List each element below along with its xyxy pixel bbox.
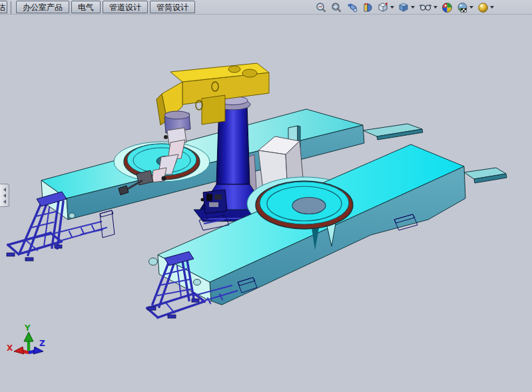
- tab-electrical[interactable]: 电气: [71, 1, 101, 13]
- previous-view-button[interactable]: [346, 1, 359, 13]
- collapse-arrow-icon: [3, 188, 6, 192]
- hide-show-items-icon: [419, 2, 432, 13]
- display-style-icon: [398, 2, 409, 13]
- view-orientation-icon: [378, 2, 389, 13]
- section-view-icon: [362, 2, 374, 13]
- zoom-to-fit-button[interactable]: [315, 1, 328, 13]
- tab-tubing-design[interactable]: 管筒设计: [150, 1, 195, 13]
- tab-office-products[interactable]: 办公室产品: [16, 1, 69, 13]
- hide-show-items-button[interactable]: [418, 1, 438, 13]
- y-axis-label: Y: [24, 323, 31, 333]
- front-turntable-ring[interactable]: [256, 181, 353, 229]
- tab-evaluate-partial[interactable]: 估: [0, 1, 7, 13]
- apply-scene-button[interactable]: [456, 1, 474, 13]
- section-view-button[interactable]: [362, 1, 374, 13]
- view-orientation-button[interactable]: [377, 1, 395, 13]
- apply-scene-icon: [457, 2, 468, 13]
- dropdown-caret[interactable]: [411, 6, 415, 9]
- tab-piping-design[interactable]: 管道设计: [103, 1, 148, 13]
- display-style-button[interactable]: [398, 1, 415, 13]
- z-axis-label: Z: [39, 339, 45, 348]
- panel-collapse-button[interactable]: [0, 184, 9, 207]
- tab-separator: [11, 1, 11, 14]
- command-tabs: 估 办公室产品 电气 管道设计 管筒设计: [0, 1, 197, 13]
- graphics-viewport[interactable]: Y X Z: [0, 0, 532, 392]
- dropdown-caret[interactable]: [390, 6, 394, 9]
- dropdown-caret[interactable]: [433, 6, 437, 9]
- dropdown-caret[interactable]: [469, 6, 473, 9]
- x-axis-label: X: [7, 343, 13, 353]
- collapse-arrow-icon: [3, 194, 6, 198]
- zoom-to-area-icon: [331, 2, 342, 13]
- view-settings-icon: [477, 2, 489, 13]
- zoom-to-area-button[interactable]: [330, 1, 343, 13]
- dropdown-caret[interactable]: [490, 6, 494, 9]
- command-manager-toolbar: 估 办公室产品 电气 管道设计 管筒设计: [0, 0, 532, 15]
- edit-appearance-button[interactable]: [441, 1, 453, 13]
- edit-appearance-icon: [441, 2, 453, 13]
- zoom-to-fit-icon: [316, 2, 327, 13]
- collapse-arrow-icon: [3, 200, 6, 204]
- previous-view-icon: [346, 2, 358, 13]
- heads-up-view-toolbar: [315, 1, 532, 13]
- orientation-triad: Y X Z: [7, 323, 45, 354]
- view-settings-button[interactable]: [477, 1, 495, 13]
